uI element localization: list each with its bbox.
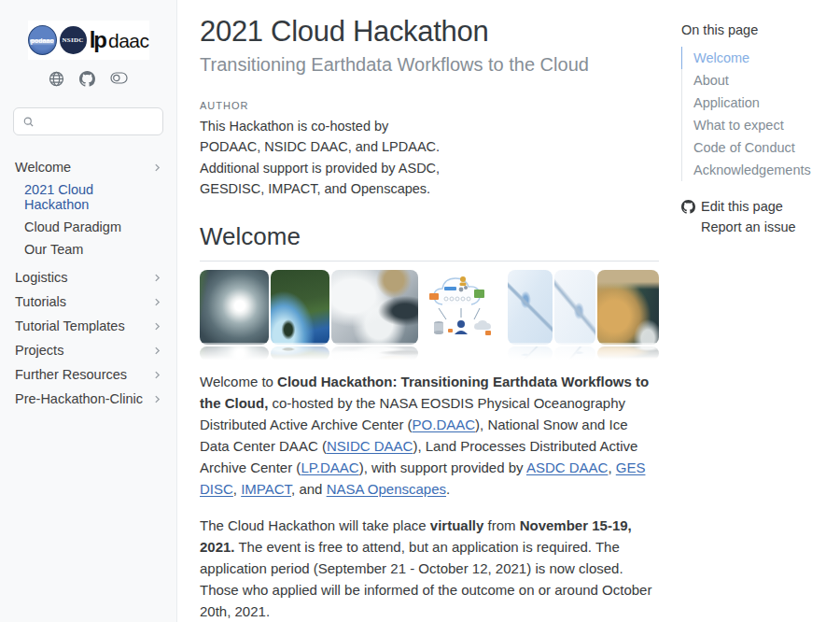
podaac-logo: podaac	[28, 25, 57, 55]
sidebar-item-2021-cloud-hackathon[interactable]: 2021 Cloud Hackathon	[22, 178, 163, 216]
sidebar-item-pre-hackathon-clinic[interactable]: Pre-Hackathon-Clinic	[13, 388, 163, 410]
page-title: 2021 Cloud Hackathon	[200, 15, 659, 49]
text-link[interactable]: NSIDC DAAC	[327, 438, 413, 454]
on-this-page: On this page Welcome About Application W…	[681, 0, 840, 622]
page-subtitle: Transitioning Earthdata Workflows to the…	[200, 54, 659, 76]
github-icon	[681, 200, 695, 214]
sidebar-item-welcome[interactable]: Welcome	[13, 156, 163, 178]
toc-item-about[interactable]: About	[681, 69, 840, 92]
banner-tile-sea-ice-satellite	[508, 270, 553, 360]
sidebar-item-our-team[interactable]: Our Team	[22, 238, 163, 261]
toc-item-acknowledgements[interactable]: Acknowledgements	[681, 159, 840, 181]
sidebar-item-tutorials[interactable]: Tutorials	[13, 290, 163, 313]
sidebar: podaac NSIDC lp daac	[0, 0, 177, 622]
sidebar-item-further-resources[interactable]: Further Resources	[13, 363, 163, 386]
chevron-right-icon	[153, 298, 161, 306]
toc-item-what-to-expect[interactable]: What to expect	[681, 114, 840, 136]
text-link[interactable]: ASDC DAAC	[526, 459, 609, 475]
sidebar-item-cloud-paradigm[interactable]: Cloud Paradigm	[22, 216, 163, 238]
chevron-right-icon	[153, 322, 161, 331]
banner-tile-desert-coast-satellite	[597, 270, 659, 360]
globe-icon[interactable]	[49, 71, 64, 87]
chevron-right-icon	[153, 346, 161, 355]
search-icon	[23, 116, 34, 128]
author-text: This Hackathon is co-hosted by PODAAC, N…	[200, 116, 450, 200]
sidebar-item-tutorial-templates[interactable]: Tutorial Templates	[13, 315, 163, 337]
schedule-paragraph: The Cloud Hackathon will take place virt…	[200, 515, 659, 622]
text-link[interactable]: IMPACT	[241, 481, 291, 497]
search-input[interactable]	[41, 115, 153, 129]
sidebar-item-projects[interactable]: Projects	[13, 339, 163, 361]
author-label: AUTHOR	[200, 100, 659, 111]
github-icon[interactable]	[79, 71, 95, 87]
sidebar-nav: Welcome 2021 Cloud Hackathon Cloud Parad…	[13, 156, 163, 410]
chevron-right-icon	[153, 395, 161, 403]
banner-tile-cloud-workflow-diagram	[426, 270, 498, 360]
text-link[interactable]: LP.DAAC	[301, 459, 358, 475]
banner-tile-green-coastline-satellite	[271, 270, 330, 360]
nsidc-logo: NSIDC	[60, 26, 87, 54]
toc-list: Welcome About Application What to expect…	[681, 47, 840, 181]
search-box[interactable]	[13, 107, 163, 135]
chevron-right-icon	[153, 371, 161, 379]
sidebar-tool-icons	[13, 71, 163, 87]
main-content: 2021 Cloud Hackathon Transitioning Earth…	[177, 0, 659, 622]
sidebar-welcome-children: 2021 Cloud Hackathon Cloud Paradigm Our …	[13, 178, 163, 261]
toc-item-code-of-conduct[interactable]: Code of Conduct	[681, 136, 840, 159]
banner-tile-arctic-ice-satellite	[331, 270, 417, 360]
text-link[interactable]: PO.DAAC	[413, 417, 476, 432]
banner-tile-sea-ice-satellite-2	[554, 270, 596, 360]
banner-image	[200, 270, 659, 361]
report-an-issue-link[interactable]: Report an issue	[681, 217, 840, 237]
text-link[interactable]: NASA Openscapes	[327, 481, 446, 497]
toc-links: Edit this page Report an issue	[681, 196, 840, 237]
toc-item-welcome[interactable]: Welcome	[681, 47, 840, 69]
toggle-icon[interactable]	[110, 71, 129, 87]
chevron-right-icon	[153, 274, 161, 282]
site-logo[interactable]: podaac NSIDC lp daac	[28, 21, 149, 60]
toc-heading: On this page	[681, 22, 840, 37]
toc-item-application[interactable]: Application	[681, 92, 840, 114]
chevron-right-icon	[153, 163, 161, 172]
sidebar-item-logistics[interactable]: Logistics	[13, 266, 163, 289]
banner-tile-hurricane-satellite	[200, 270, 269, 360]
lpdaac-logo-mark: lp	[90, 29, 105, 51]
page: podaac NSIDC lp daac	[0, 0, 840, 622]
lpdaac-logo-text: daac	[108, 31, 149, 50]
welcome-heading: Welcome	[200, 222, 659, 262]
edit-this-page-link[interactable]: Edit this page	[681, 196, 840, 217]
intro-paragraph: Welcome to Cloud Hackathon: Transitionin…	[200, 371, 659, 500]
